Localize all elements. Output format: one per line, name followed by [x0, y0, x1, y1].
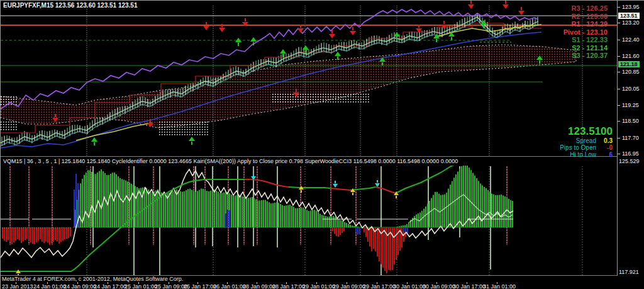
axis-tick-label: 123.20: [622, 20, 640, 26]
indicator-scale-top: 125.529: [619, 158, 640, 164]
sell-signal-arrow: [518, 7, 525, 15]
axis-tick-mark: [618, 72, 620, 72]
sell-signal-arrow: [329, 30, 335, 38]
signal-line-segment: [245, 179, 289, 187]
buy-signal-arrow: [91, 137, 97, 145]
sell-signal-arrow: [350, 27, 356, 35]
time-label: 25 Jan 01:00: [125, 283, 157, 289]
axis-tick-mark: [618, 89, 620, 89]
time-label: 24 Jan 09:00: [64, 283, 96, 289]
indicator-scale-bottom: 117.921: [619, 269, 639, 275]
time-label: 31 Jan 01:00: [483, 283, 516, 289]
time-label: 25 Jan 17:00: [184, 283, 216, 289]
time-label: 29 Jan 09:00: [333, 283, 365, 289]
buy-signal-arrow: [235, 38, 242, 46]
info-value: -0: [596, 144, 613, 151]
axis-tick-label: 122.40: [622, 37, 640, 43]
white-dot-band: [1, 120, 17, 132]
sell-signal-arrow: [468, 1, 474, 9]
time-label: 24 Jan 17:00: [94, 283, 126, 289]
axis-tick-label: 120.85: [622, 69, 640, 75]
signal-line-segment: [350, 187, 375, 190]
time-axis[interactable]: 23 Jan 201324 Jan 01:0024 Jan 09:0024 Ja…: [1, 283, 644, 289]
time-label: 24 Jan 01:00: [33, 283, 66, 289]
lower-indicator-canvas[interactable]: [1, 166, 617, 276]
signal-line-segment: [330, 188, 350, 190]
cyan-down-arrow: [375, 180, 380, 187]
chart-ohlc-title: EURJPYFXF,M15 123.56 123.60 123.51 123.5…: [3, 2, 137, 9]
info-label: Hi to Low: [570, 151, 596, 158]
pivot-label: R1 - 124.29: [564, 20, 608, 28]
axis-tick-mark: [618, 138, 620, 139]
axis-tick-mark: [618, 56, 620, 57]
axis-tick-label: 116.95: [622, 150, 639, 157]
info-value: 6: [596, 151, 613, 158]
time-label: 26 Jan 01:00: [213, 283, 246, 289]
axis-tick-label: 118.50: [622, 118, 639, 124]
pivot-label: R3 - 126.25: [564, 4, 608, 13]
axis-tick-label: 121.60: [622, 53, 640, 59]
cyan-down-arrow: [333, 181, 338, 188]
time-label: 28 Jan 09:00: [243, 283, 275, 289]
indicator-header: VQM15 | 36 , 3 , 5 , 1 | 125.1840 125.18…: [3, 158, 458, 164]
axis-tick-mark: [618, 23, 620, 23]
info-rows: Spread0.3Pips to Open-0Hi to Low6: [560, 137, 613, 158]
signal-line-segment: [289, 187, 330, 188]
buy-signal-arrow: [335, 52, 341, 60]
axis-tick-mark: [618, 40, 620, 40]
mt4-window: EURJPYFXF,M15 123.56 123.60 123.51 123.5…: [0, 0, 644, 289]
axis-tick-mark: [618, 154, 620, 154]
status-bar: MetaTrader 4 at FOREX.com, c 2001-2012, …: [1, 276, 644, 283]
buy-signal-arrow: [250, 37, 257, 45]
yellow-up-arrow: [299, 186, 304, 193]
axis-tick-label: 123.95: [622, 4, 640, 10]
white-dot-band: [158, 122, 209, 135]
buy-signal-arrow: [189, 137, 195, 145]
axis-tick-label: 120.05: [622, 86, 640, 92]
buy-signal-arrow: [433, 34, 440, 42]
panel-divider: [1, 156, 618, 157]
time-label: 30 Jan 09:00: [423, 283, 455, 289]
time-label: 29 Jan 01:00: [303, 283, 335, 289]
time-label: 28 Jan 17:00: [272, 283, 305, 289]
info-row: Hi to Low6: [560, 151, 613, 158]
time-label: 25 Jan 09:00: [155, 283, 187, 289]
pivot-levels-stack: R3 - 126.25R2 - 125.06R1 - 124.29Pivot -…: [564, 4, 608, 60]
time-label: 30 Jan 01:00: [393, 283, 426, 289]
pivot-label: Pivot - 123.10: [564, 28, 608, 37]
axis-tick-mark: [618, 121, 620, 122]
sell-signal-arrow: [203, 22, 209, 30]
upper-chart-canvas[interactable]: [1, 1, 617, 157]
white-dot-band: [271, 94, 370, 103]
axis-tick-label: 117.70: [622, 135, 639, 141]
bid-price-tag: 123.51: [618, 13, 640, 19]
time-label: 30 Jan 17:00: [453, 283, 486, 289]
pivot-label: S1 - 122.33: [564, 36, 608, 44]
time-label: 23 Jan 2013: [2, 283, 33, 289]
info-row: Pips to Open-0: [560, 144, 613, 151]
signal-line-segment: [375, 187, 396, 193]
info-row: Spread0.3: [560, 137, 613, 144]
current-price: 123.5100: [560, 126, 613, 137]
axis-tick-mark: [618, 7, 620, 8]
level-price-tag: 121.18: [618, 61, 640, 67]
copyright-text: MetaTrader 4 at FOREX.com, c 2001-2012, …: [2, 276, 183, 282]
axis-tick-label: 119.25: [622, 102, 639, 108]
time-label: 29 Jan 17:00: [363, 283, 396, 289]
pivot-label: S3 - 120.37: [564, 52, 608, 60]
pivot-label: R2 - 125.06: [564, 13, 608, 21]
sell-signal-arrow: [502, 1, 509, 9]
info-value: 0.3: [596, 137, 613, 144]
info-label: Spread: [576, 137, 596, 144]
axis-tick-mark: [618, 105, 620, 106]
info-label: Pips to Open: [560, 144, 596, 151]
pivot-label: S2 - 121.14: [564, 44, 608, 52]
price-info-block: 123.5100 Spread0.3Pips to Open-0Hi to Lo…: [560, 126, 613, 158]
price-axis[interactable]: 123.95123.20122.40121.60120.85120.05119.…: [617, 1, 644, 276]
